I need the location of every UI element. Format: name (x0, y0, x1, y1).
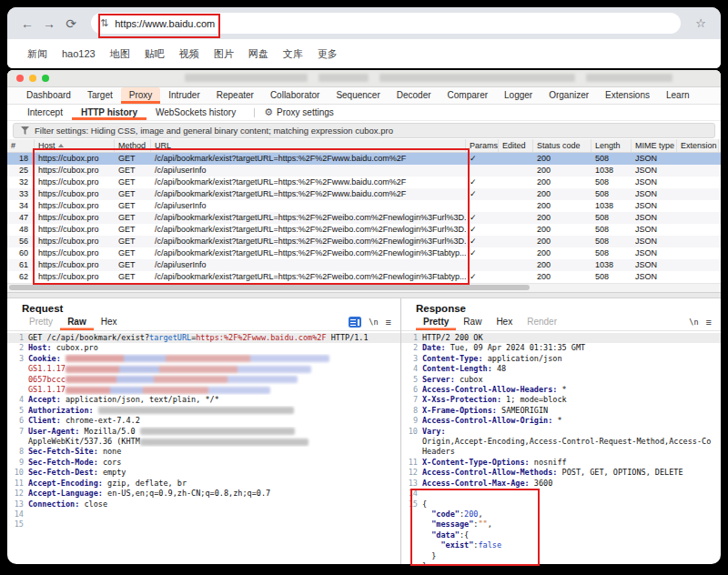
column-header-t[interactable]: T (719, 139, 721, 152)
column-header-length[interactable]: Length (592, 139, 632, 152)
main-tab-extensions[interactable]: Extensions (597, 87, 658, 104)
horizontal-scrollbar[interactable] (7, 283, 721, 292)
scrollbar-thumb[interactable] (9, 285, 530, 290)
address-bar[interactable]: ⇅ https://www.baidu.com (91, 13, 681, 34)
bookmark-link--[interactable]: 视频 (179, 47, 199, 61)
bookmark-star-icon[interactable]: ☆ (692, 17, 710, 30)
bookmark-link--[interactable]: 地图 (110, 47, 130, 61)
main-tab-repeater[interactable]: Repeater (208, 87, 262, 104)
column-header-url[interactable]: URL (151, 139, 466, 152)
column-header-status-code[interactable]: Status code (533, 139, 592, 152)
redacted-value (98, 407, 294, 414)
newline-toggle-icon[interactable]: \n (689, 318, 698, 327)
panel-menu-icon[interactable]: ≡ (706, 317, 712, 328)
history-row-60[interactable]: 60https://cubox.proGET/c/api/bookmark/ex… (7, 247, 721, 259)
history-row-18[interactable]: 18https://cubox.proGET/c/api/bookmark/ex… (7, 153, 721, 165)
history-row-62[interactable]: 62https://cubox.proGET/c/api/bookmark/ex… (7, 271, 721, 283)
column-header-host[interactable]: Host (35, 139, 115, 152)
burp-titlebar (7, 70, 721, 87)
request-tab-hex[interactable]: Hex (94, 315, 125, 330)
line-content (28, 520, 400, 530)
column-header-params[interactable]: Params (466, 139, 499, 152)
cell-url: /c/api/bookmark/exist?targetURL=https:%2… (151, 188, 466, 200)
history-row-25[interactable]: 25https://cubox.proGET/c/api/userInfo200… (7, 165, 721, 177)
response-tab-render[interactable]: Render (520, 315, 564, 330)
bookmark-link-hao123[interactable]: hao123 (62, 48, 96, 59)
request-tab-pretty[interactable]: Pretty (22, 315, 60, 330)
line-content: } (422, 561, 721, 564)
column-header-extension[interactable]: Extension (677, 139, 719, 152)
response-tab-raw[interactable]: Raw (456, 315, 489, 330)
history-row-33[interactable]: 33https://cubox.proGET/c/api/bookmark/ex… (7, 188, 721, 200)
history-row-61[interactable]: 61https://cubox.proGET/c/api/userInfo200… (7, 259, 721, 271)
cell-method: GET (115, 259, 151, 271)
response-tab-bar: PrettyRawHexRender \n ≡ (401, 315, 721, 331)
history-row-56[interactable]: 56https://cubox.proGET/c/api/bookmark/ex… (7, 236, 721, 247)
line-content: Date: Tue, 09 Apr 2024 01:31:35 GMT (422, 343, 721, 353)
line-number (401, 447, 422, 457)
cell-extension (677, 177, 719, 188)
cell-url: /c/api/bookmark/exist?targetURL=https:%2… (151, 224, 466, 236)
bookmark-link--[interactable]: 新闻 (27, 47, 47, 61)
main-tab-organizer[interactable]: Organizer (541, 87, 597, 104)
cell-method: GET (115, 165, 151, 177)
bookmark-link--[interactable]: 贴吧 (145, 47, 165, 61)
response-tab-hex[interactable]: Hex (489, 315, 520, 330)
cell-extension (677, 236, 719, 247)
back-icon[interactable]: ← (18, 17, 36, 30)
panel-splitter[interactable] (7, 292, 721, 298)
cell-title (719, 153, 721, 165)
maximize-button[interactable] (42, 75, 49, 82)
minimize-button[interactable] (29, 75, 36, 82)
reload-icon[interactable]: ⟳ (62, 17, 80, 30)
cell-url: /c/api/userInfo (151, 259, 466, 271)
request-editor[interactable]: 1GET /c/api/bookmark/exist?targetURL=htt… (7, 331, 400, 564)
code-line: 1HTTP/2 200 OK (401, 333, 721, 343)
main-tab-collaborator[interactable]: Collaborator (262, 87, 328, 104)
main-tab-logger[interactable]: Logger (496, 87, 541, 104)
main-tab-decoder[interactable]: Decoder (389, 87, 440, 104)
history-row-47[interactable]: 47https://cubox.proGET/c/api/bookmark/ex… (7, 212, 721, 224)
main-tab-comparer[interactable]: Comparer (440, 87, 496, 104)
proxy-settings-label[interactable]: Proxy settings (277, 107, 334, 117)
line-content: Authorization: (28, 406, 400, 416)
response-tab-pretty[interactable]: Pretty (416, 315, 456, 330)
close-button[interactable] (16, 75, 24, 82)
request-tab-raw[interactable]: Raw (60, 315, 94, 330)
panel-menu-icon[interactable]: ≡ (386, 317, 391, 328)
cell-status: 200 (533, 177, 592, 188)
main-tab-sequencer[interactable]: Sequencer (328, 87, 388, 104)
bookmark-link--[interactable]: 更多 (318, 47, 338, 61)
site-info-icon[interactable]: ⇅ (100, 18, 108, 28)
column-header-method[interactable]: Method (115, 139, 151, 152)
main-tab-dashboard[interactable]: Dashboard (18, 87, 79, 104)
cell-status: 200 (533, 200, 592, 212)
cell-method: GET (115, 224, 151, 236)
bookmark-link--[interactable]: 文库 (283, 47, 303, 61)
main-tab-target[interactable]: Target (79, 87, 121, 104)
response-editor[interactable]: 1HTTP/2 200 OK2Date: Tue, 09 Apr 2024 01… (401, 331, 721, 564)
column-header-num[interactable]: # (7, 139, 35, 152)
history-row-48[interactable]: 48https://cubox.proGET/c/api/bookmark/ex… (7, 224, 721, 236)
filter-bar[interactable]: Filter settings: Hiding CSS, image and g… (7, 121, 721, 139)
main-tab-bar: DashboardTargetProxyIntruderRepeaterColl… (7, 87, 721, 105)
sub-tab-websockets-history[interactable]: WebSockets history (147, 105, 245, 120)
newline-toggle-icon[interactable]: \n (369, 318, 378, 327)
code-line: 7User-Agent: Mozilla/5.0 (7, 427, 400, 437)
sub-tab-http-history[interactable]: HTTP history (72, 105, 147, 120)
gear-icon[interactable]: ⚙ (264, 106, 273, 118)
inspector-toggle-icon[interactable] (349, 317, 361, 328)
column-header-edited[interactable]: Edited (499, 139, 533, 152)
main-tab-intruder[interactable]: Intruder (160, 87, 207, 104)
column-header-mime-type[interactable]: MIME type (632, 139, 677, 152)
main-tab-proxy[interactable]: Proxy (121, 87, 161, 104)
forward-icon[interactable]: → (40, 17, 58, 30)
bookmark-link--[interactable]: 网盘 (248, 47, 268, 61)
cell-mime: JSON (632, 188, 677, 200)
history-row-32[interactable]: 32https://cubox.proGET/c/api/bookmark/ex… (7, 177, 721, 188)
sub-tab-intercept[interactable]: Intercept (18, 105, 72, 120)
main-tab-learn[interactable]: Learn (658, 87, 698, 104)
history-row-34[interactable]: 34https://cubox.proGET/c/api/userInfo200… (7, 200, 721, 212)
bookmark-link--[interactable]: 图片 (214, 47, 234, 61)
cell-method: GET (115, 212, 151, 224)
